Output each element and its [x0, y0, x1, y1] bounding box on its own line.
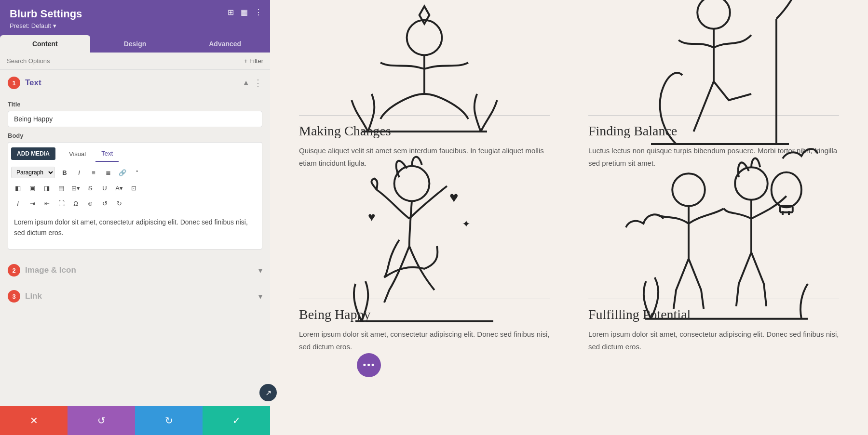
collapse-icon[interactable]: ▲ — [242, 79, 250, 87]
section-image-icon: 2 Image & Icon ▾ — [0, 257, 270, 283]
tab-content[interactable]: Content — [0, 35, 90, 53]
body-tab-text[interactable]: Text — [95, 146, 119, 162]
svg-text:♥: ♥ — [449, 189, 459, 206]
strikethrough-button[interactable]: S — [83, 181, 97, 195]
ordered-list-button[interactable]: ≣ — [101, 166, 115, 179]
indent-button[interactable]: ⇥ — [26, 197, 39, 210]
blurb-being-happy: ♥ ♥ ✦ Being Happy Lorem ipsum dolor sit … — [299, 184, 550, 367]
section-text-title: Text — [25, 78, 242, 88]
unordered-list-button[interactable]: ≡ — [87, 166, 100, 179]
more-icon[interactable]: ⋮ — [255, 8, 262, 17]
italic-button[interactable]: I — [72, 166, 86, 179]
svg-point-7 — [394, 166, 430, 201]
toolbar-row-3: I ⇥ ⇤ ⛶ Ω ☺ ↺ ↻ — [8, 196, 262, 211]
search-input[interactable] — [7, 57, 244, 65]
svg-point-12 — [672, 173, 705, 206]
panel-title: Blurb Settings — [10, 8, 260, 20]
illustration-meditation — [299, 10, 550, 116]
settings-panel: Blurb Settings Preset: Default ▾ ⊞ ▦ ⋮ C… — [0, 0, 270, 435]
section-text-header[interactable]: 1 Text ▲ ⋮ — [0, 70, 270, 96]
section-link-header[interactable]: 3 Link ▾ — [0, 283, 270, 309]
section-number-2: 2 — [8, 264, 20, 277]
redo-button[interactable]: ↻ — [135, 406, 203, 435]
expand-link-icon[interactable]: ▾ — [258, 292, 262, 301]
toolbar-row-2: ◧ ▣ ◨ ▤ ⊞▾ S U A▾ ⊡ — [8, 180, 262, 196]
section-number-3: 3 — [8, 290, 20, 303]
svg-point-16 — [772, 172, 801, 207]
expand-icon[interactable]: ⊞ — [228, 8, 234, 17]
undo-editor-button[interactable]: ↺ — [98, 197, 111, 210]
bold-button[interactable]: B — [58, 166, 71, 179]
panel-body: 1 Text ▲ ⋮ Title Body ADD MEDIA Visual T… — [0, 70, 270, 435]
section-number-1: 1 — [8, 77, 20, 89]
body-editor[interactable]: Lorem ipsum dolor sit amet, consectetur … — [8, 211, 262, 250]
svg-text:✦: ✦ — [462, 218, 471, 229]
panel-header-icons: ⊞ ▦ ⋮ — [228, 8, 262, 17]
tab-advanced[interactable]: Advanced — [180, 35, 270, 53]
title-field-label: Title — [8, 101, 262, 108]
quote-button[interactable]: " — [130, 166, 144, 179]
title-input[interactable] — [8, 111, 262, 127]
outdent-button[interactable]: ⇤ — [40, 197, 54, 210]
add-media-row: ADD MEDIA Visual Text — [8, 143, 262, 165]
fab-dots-button[interactable]: ••• — [357, 353, 381, 377]
svg-point-14 — [735, 167, 768, 200]
undo-button[interactable]: ↺ — [68, 406, 135, 435]
illustration-potential — [588, 193, 839, 299]
justify-button[interactable]: ▤ — [54, 181, 68, 195]
floating-arrow-icon[interactable]: ↗ — [259, 384, 277, 401]
filter-button[interactable]: + Filter — [244, 57, 263, 65]
toolbar-row-1: Paragraph Heading 1 Heading 2 B I ≡ ≣ 🔗 … — [8, 165, 262, 180]
cancel-button[interactable]: ✕ — [0, 406, 68, 435]
illustration-happy: ♥ ♥ ✦ — [299, 193, 550, 299]
add-media-button[interactable]: ADD MEDIA — [11, 147, 55, 160]
content-grid: Making Changes Quisque aliquet velit sit… — [299, 0, 839, 367]
fullscreen-button[interactable]: ⛶ — [54, 197, 68, 210]
align-left-button[interactable]: ◧ — [11, 181, 25, 195]
save-button[interactable]: ✓ — [203, 406, 270, 435]
blurb-fulfilling-potential: Fulfilling Potential Lorem ipsum dolor s… — [588, 184, 839, 367]
text-color-button[interactable]: A▾ — [112, 181, 126, 195]
body-field-label: Body — [8, 132, 262, 139]
align-right-button[interactable]: ◨ — [40, 181, 54, 195]
paragraph-select[interactable]: Paragraph Heading 1 Heading 2 — [11, 167, 55, 178]
align-center-button[interactable]: ▣ — [26, 181, 39, 195]
svg-point-3 — [697, 0, 730, 28]
search-bar: + Filter — [0, 53, 270, 70]
panel-tabs: Content Design Advanced — [0, 35, 270, 53]
tab-design[interactable]: Design — [90, 35, 180, 53]
redo-editor-button[interactable]: ↻ — [112, 197, 126, 210]
text-section-content: Title Body ADD MEDIA Visual Text Paragra… — [0, 101, 270, 257]
columns-icon[interactable]: ▦ — [241, 8, 248, 17]
bottom-bar: ✕ ↺ ↻ ✓ — [0, 406, 270, 435]
section-image-title: Image & Icon — [25, 265, 258, 275]
section-options-icon[interactable]: ⋮ — [254, 78, 262, 88]
emoji-button[interactable]: ☺ — [83, 197, 97, 210]
italic2-button[interactable]: I — [11, 197, 25, 210]
body-toolbar: ADD MEDIA Visual Text Paragraph Heading … — [8, 142, 262, 211]
omega-button[interactable]: Ω — [69, 197, 82, 210]
section-image-header[interactable]: 2 Image & Icon ▾ — [0, 257, 270, 283]
illustration-balance — [588, 10, 839, 116]
link-button[interactable]: 🔗 — [116, 166, 129, 179]
panel-preset[interactable]: Preset: Default ▾ — [10, 22, 260, 29]
panel-header: Blurb Settings Preset: Default ▾ ⊞ ▦ ⋮ — [0, 0, 270, 35]
section-link-title: Link — [25, 291, 258, 301]
section-text: 1 Text ▲ ⋮ Title Body ADD MEDIA Visual T… — [0, 70, 270, 257]
special-button[interactable]: ⊡ — [127, 181, 140, 195]
underline-button[interactable]: U — [98, 181, 111, 195]
filter-label: + Filter — [244, 57, 263, 65]
table-button[interactable]: ⊞▾ — [69, 181, 82, 195]
svg-text:♥: ♥ — [368, 210, 375, 224]
expand-image-icon[interactable]: ▾ — [258, 266, 262, 275]
body-tab-visual[interactable]: Visual — [63, 146, 92, 161]
section-link: 3 Link ▾ — [0, 283, 270, 309]
